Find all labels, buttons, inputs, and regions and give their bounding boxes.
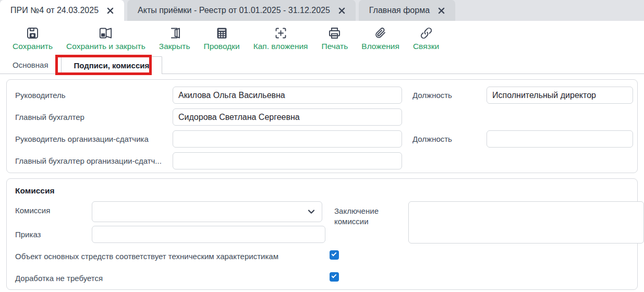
tab-signatures-commission[interactable]: Подписи, комиссия <box>61 56 163 74</box>
toolbar: Сохранить Сохранить и закрыть Закрыть Пр… <box>0 21 644 56</box>
manager-label: Руководитель <box>15 91 173 100</box>
close-icon[interactable] <box>438 7 445 14</box>
postings-button[interactable]: Проводки <box>203 26 239 51</box>
links-button[interactable]: Связки <box>413 26 439 51</box>
close-button[interactable]: Закрыть <box>159 26 190 51</box>
window-tab-main-form[interactable]: Главная форма <box>359 0 455 21</box>
toolbar-label: Сохранить <box>13 42 53 51</box>
checkbox-2-label: Доработка не требуется <box>15 274 103 283</box>
chief-accountant-input[interactable] <box>173 108 402 126</box>
commission-label: Комиссия <box>15 206 50 215</box>
chief-accountant-label: Главный бухгалтер <box>15 113 173 121</box>
deliverer-accountant-label: Главный бухгалтер организации-сдатч... <box>15 156 173 165</box>
attachments-button[interactable]: Вложения <box>361 26 399 51</box>
capital-investments-button[interactable]: Кап. вложения <box>253 26 308 51</box>
form-row: Главный бухгалтер организации-сдатч... <box>15 152 633 169</box>
tab-main[interactable]: Основная <box>0 56 61 74</box>
toolbar-label: Проводки <box>203 42 239 51</box>
window-tab-register[interactable]: Акты приёмки - Реестр от 01.01.2025 - 31… <box>127 0 356 21</box>
paperclip-icon <box>373 26 387 40</box>
deliverer-position-label: Должность <box>412 135 487 143</box>
deliverer-accountant-input[interactable] <box>173 152 402 169</box>
close-icon[interactable] <box>338 7 345 14</box>
window-tab-label: Акты приёмки - Реестр от 01.01.2025 - 31… <box>138 6 330 15</box>
window-tab-document[interactable]: ПРИ №4 от 24.03.2025 <box>0 0 124 21</box>
manager-position-label: Должность <box>412 91 487 100</box>
order-input[interactable] <box>92 226 325 243</box>
save-button[interactable]: Сохранить <box>13 26 53 51</box>
commission-section-title: Комиссия <box>15 186 55 196</box>
window-tab-bar: ПРИ №4 от 24.03.2025 Акты приёмки - Реес… <box>0 0 644 21</box>
toolbar-label: Связки <box>413 42 439 51</box>
commission-dropdown[interactable] <box>92 201 322 222</box>
print-button[interactable]: Печать <box>322 26 348 51</box>
toolbar-label: Вложения <box>361 42 399 51</box>
close-door-icon <box>167 26 181 40</box>
check-icon <box>332 251 337 257</box>
chevron-down-icon <box>307 208 315 216</box>
form-tab-bar: Основная Подписи, комиссия <box>0 56 644 74</box>
no-rework-needed-checkbox[interactable] <box>330 272 339 282</box>
deliverer-manager-input[interactable] <box>173 130 402 148</box>
deliverer-manager-label: Руководитель организации-сдатчика <box>15 135 173 143</box>
form-row: Руководитель Должность <box>15 87 633 104</box>
window-tab-label: ПРИ №4 от 24.03.2025 <box>10 6 99 15</box>
form-tab-label: Основная <box>13 60 48 69</box>
calculator-icon <box>215 26 229 40</box>
save-icon <box>26 26 40 40</box>
form-row: Руководитель организации-сдатчика Должно… <box>15 130 633 148</box>
form-row: Главный бухгалтер <box>15 108 633 126</box>
deliverer-position-input[interactable] <box>487 130 633 148</box>
save-and-close-button[interactable]: Сохранить и закрыть <box>66 26 145 51</box>
order-label: Приказ <box>15 230 41 239</box>
close-icon[interactable] <box>107 7 114 14</box>
form-tab-label: Подписи, комиссия <box>74 61 150 70</box>
link-icon <box>419 26 433 40</box>
manager-position-input[interactable] <box>487 87 633 104</box>
signatures-panel: Руководитель Должность Главный бухгалтер… <box>6 79 638 173</box>
check-icon <box>332 273 337 278</box>
save-and-close-icon <box>99 26 113 40</box>
toolbar-label: Закрыть <box>159 42 190 51</box>
object-matches-specs-checkbox[interactable] <box>330 250 339 260</box>
checkbox-1-label: Объект основных стредств соответствует т… <box>15 252 278 261</box>
conclusion-label: Заключение комиссии <box>334 206 397 227</box>
window-tab-label: Главная форма <box>369 6 430 15</box>
conclusion-textarea[interactable] <box>408 201 644 244</box>
toolbar-label: Печать <box>322 42 348 51</box>
toolbar-label: Кап. вложения <box>253 42 308 51</box>
toolbar-label: Сохранить и закрыть <box>66 42 145 51</box>
commission-panel: Комиссия Комиссия Приказ Заключение коми… <box>6 178 638 290</box>
printer-icon <box>327 26 342 40</box>
capital-investments-icon <box>274 26 288 40</box>
manager-input[interactable] <box>173 87 402 104</box>
